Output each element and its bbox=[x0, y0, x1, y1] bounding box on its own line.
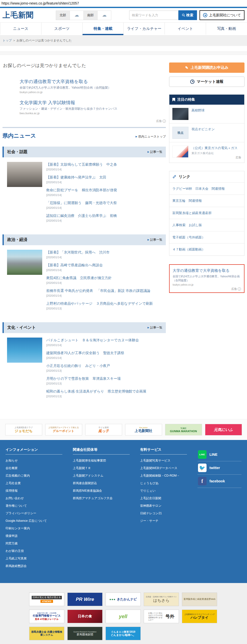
ad-title[interactable]: 文化学園大学 入学試験情報 bbox=[20, 100, 166, 106]
news-title[interactable]: 認知症に鍼灸治療 介護士ら効果学ぶ 前橋 bbox=[46, 213, 166, 218]
news-title[interactable]: 小正月彩る伝統の飾り みどり・小夜戸 bbox=[46, 363, 166, 368]
nav-tab[interactable]: 特集・連載 bbox=[82, 23, 124, 35]
news-title[interactable]: 【新着】太鼓鳴らして五穀豊穣願う 中之条 bbox=[46, 162, 166, 167]
footer-link[interactable]: 上毛記念日新聞 bbox=[140, 496, 187, 500]
search-button[interactable]: 検索 bbox=[178, 10, 197, 20]
news-title[interactable]: 月明かりの下で雪原を散策 草津温泉スキー場 bbox=[46, 376, 166, 381]
news-item[interactable]: 昭和の暮らし体感 生活道具がずらり 県立歴史博物館で企画展 [2020/01/1… bbox=[46, 389, 166, 398]
footer-link[interactable]: 会社概要 bbox=[6, 466, 62, 470]
partner-site-logo[interactable]: 富岡製糸場と絹産業遺産群Web bbox=[182, 593, 217, 606]
footer-link[interactable]: 上毛紙上写真展 bbox=[6, 556, 62, 561]
nav-tab[interactable]: ライフ・カルチャー bbox=[123, 23, 165, 35]
partner-site-logo[interactable]: 群馬弁護士会 弁護士情報検索システム bbox=[29, 627, 64, 640]
weather-widget[interactable]: 北部 ☁ 南部 ☁ bbox=[56, 11, 111, 20]
partner-logo[interactable]: 上毛新聞読者クラブ ジョモだち bbox=[5, 424, 42, 435]
footer-link[interactable]: 上毛新聞厚生福祉事業団 bbox=[73, 459, 130, 463]
footer-link[interactable]: 群馬県アマチュアゴルフ大会 bbox=[73, 496, 130, 500]
footer-link[interactable]: 上毛新聞アドシステム bbox=[73, 474, 130, 478]
sidebar-link[interactable]: ラグビーW杯 日本大会 関連情報 bbox=[169, 182, 244, 195]
news-item[interactable]: 【新着】高崎で県産品輸出へ商談会 [2020/01/14] bbox=[46, 263, 166, 272]
weather-south[interactable]: 南部 ☁ bbox=[84, 11, 111, 20]
kennai-top-link[interactable]: ▶県内ニューストップ bbox=[135, 135, 166, 139]
news-title[interactable]: 昭和の暮らし体感 生活道具がずらり 県立歴史博物館で企画展 bbox=[46, 389, 166, 394]
news-title[interactable]: 【新着】高崎で県産品輸出へ商談会 bbox=[46, 263, 166, 268]
footer-link[interactable]: お知らせ bbox=[6, 459, 62, 463]
footer-link[interactable]: 著作権について bbox=[6, 504, 62, 508]
partner-site-logo[interactable]: お祝いごとに使えるオリジナルの記念新聞を作りませんか？ 号外 bbox=[144, 610, 179, 623]
news-item[interactable]: 認知症に鍼灸治療 介護士ら効果学ぶ 前橋 [2020/01/14] bbox=[46, 213, 166, 222]
sidebar-link[interactable]: 富岡製糸場と絹産業遺産群 bbox=[169, 207, 244, 219]
news-title[interactable]: 救命に防犯ブザーを 桐生市消防本部が啓発 bbox=[46, 187, 166, 193]
nav-tab[interactable]: スポーツ bbox=[41, 23, 82, 35]
search-input[interactable] bbox=[129, 11, 178, 20]
partner-site-logo[interactable]: ぐんまエコ宣言!2019 ぐんまから地球へ。 bbox=[106, 627, 141, 640]
news-item[interactable]: 上野村の特産品やパッケージ ３月商品化へ多彩なデザインで刷新 [2020/01/… bbox=[46, 301, 166, 310]
news-title[interactable]: 【新着】健康維持へ発声法学ぶ 太田 bbox=[46, 175, 166, 180]
footer-link[interactable]: プライバシーポリシー bbox=[6, 511, 62, 516]
footer-link[interactable]: 上毛社会賞 bbox=[6, 481, 62, 485]
partner-site-logo[interactable]: 北信越・北関東の8県グルメ情報サイト はちさら bbox=[144, 593, 179, 606]
featured-item-label[interactable]: 視点オピニオン bbox=[191, 127, 241, 132]
ad-label[interactable]: 広告i bbox=[3, 119, 166, 123]
social-link[interactable]: 🐦 twitter bbox=[197, 461, 242, 475]
news-item[interactable]: 前橋市長選 中島氏が公約発表 「市民会議」新設 市政の課題議論 [2020/01… bbox=[46, 288, 166, 297]
news-item[interactable]: 【新着】太鼓鳴らして五穀豊穣願う 中之条 [2020/01/14] bbox=[46, 162, 166, 171]
footer-link[interactable]: でりじぇい bbox=[140, 489, 187, 493]
news-item[interactable]: 小正月彩る伝統の飾り みどり・小夜戸 [2020/01/13] bbox=[46, 363, 166, 372]
partner-logo[interactable]: 子ども新聞 風っ子 bbox=[85, 424, 122, 435]
sidebar-link[interactable]: ４７動画（紙面動画） bbox=[169, 243, 244, 255]
footer-link[interactable]: 上毛新聞写真サービス bbox=[140, 459, 187, 463]
partner-logo[interactable]: 上毛新聞グループサイトで使える グルーポイント bbox=[45, 424, 82, 435]
news-item[interactable]: 建築関係者70人が工事の安全願う 聖徳太子講祭 [2020/01/14] bbox=[46, 350, 166, 359]
partner-logo[interactable]: 元気にいふ bbox=[205, 424, 242, 435]
news-title[interactable]: 衆院4区に角倉県議 立民県連が擁立方針 bbox=[46, 275, 166, 281]
footer-link[interactable]: 群馬連合新聞折込 bbox=[73, 481, 130, 485]
partner-site-logo[interactable]: 上毛新聞社のクラウドファンディング ハレブタイ bbox=[182, 610, 217, 623]
text-ad[interactable]: 文化学園大学 入学試験情報 ファッション・建築・デザイン・観光新宿駅から徒歩７分… bbox=[20, 100, 166, 115]
footer-link[interactable]: 採用情報 bbox=[6, 489, 62, 493]
footer-link[interactable]: お問い合わせ bbox=[6, 496, 62, 500]
news-item[interactable]: 救命に防犯ブザーを 桐生市消防本部が啓発 [2020/01/14] bbox=[46, 187, 166, 197]
partner-site-logo[interactable]: きたかんナビ ●●● bbox=[106, 593, 141, 606]
partner-site-logo[interactable]: 日本の食 bbox=[67, 610, 103, 623]
weather-north[interactable]: 北部 ☁ bbox=[56, 11, 84, 20]
footer-link[interactable]: 上毛新聞縮刷版－CD-ROM－ bbox=[140, 474, 187, 478]
thumbnail-image[interactable] bbox=[7, 250, 42, 275]
news-item[interactable]: 「厄除猿」に開運願う 藤岡・光徳寺で大祭 [2020/01/14] bbox=[46, 200, 166, 209]
news-item[interactable]: 【新着】健康維持へ発声法学ぶ 太田 [2020/01/14] bbox=[46, 175, 166, 184]
news-title[interactable]: 上野村の特産品やパッケージ ３月商品化へ多彩なデザインで刷新 bbox=[46, 301, 166, 306]
footer-link[interactable]: 後援申請 bbox=[6, 534, 62, 538]
subscribe-button[interactable]: ✎ 上毛新聞購読お申込み bbox=[169, 62, 244, 73]
nav-tab[interactable]: 写真・動画 bbox=[206, 23, 247, 35]
breadcrumb-home-link[interactable]: トップ bbox=[3, 39, 12, 42]
ad-title[interactable]: 大学の通信教育で大卒資格を取る bbox=[20, 79, 166, 85]
news-title[interactable]: 建築関係者70人が工事の安全願う 聖徳太子講祭 bbox=[46, 350, 166, 356]
sidebar-link[interactable]: 人事検索 お試し版 bbox=[169, 219, 244, 231]
partner-logo[interactable]: the junior 上毛新聞社 bbox=[125, 424, 162, 435]
footer-link[interactable]: 雷神囲碁サロン bbox=[140, 504, 187, 508]
social-link[interactable]: f facebook bbox=[197, 475, 242, 488]
social-link[interactable]: LINE LINE bbox=[197, 448, 242, 461]
featured-item[interactable]: 視点 視点オピニオン bbox=[169, 123, 244, 142]
footer-link[interactable]: 同窓万歳 bbox=[6, 541, 62, 546]
partner-logo[interactable]: 写真館 GUNMA MARATHON bbox=[165, 424, 202, 435]
news-title[interactable]: 【新着】「氷河期世代」採用へ 渋川市 bbox=[46, 250, 166, 255]
sidebar-link[interactable]: 電子紙面（号外紙面） bbox=[169, 231, 244, 243]
footer-link[interactable]: 広告掲載のご案内 bbox=[6, 474, 62, 478]
sidebar-ad-title[interactable]: 大学の通信教育で大卒資格を取る bbox=[173, 268, 241, 273]
nav-tab[interactable]: ニュース bbox=[0, 23, 41, 35]
sidebar-link[interactable]: 東京五輪 関連情報 bbox=[169, 195, 244, 207]
partner-site-logo[interactable]: 日本が見える 地方が見える 47NEWS bbox=[29, 593, 64, 606]
featured-item-label[interactable]: （公式）東京ガスの電気＋ガス bbox=[191, 146, 241, 151]
footer-link[interactable]: 印刷センター案内 bbox=[6, 526, 62, 531]
partner-site-logo[interactable]: 全国の官公需・入札情報 行政専門情報サービス 見本 47行政ジャーナル bbox=[29, 610, 64, 623]
footer-link[interactable]: じょうもぴあ bbox=[140, 481, 187, 485]
section-politics-more-link[interactable]: ▶記事一覧 bbox=[147, 238, 162, 242]
footer-link[interactable]: ジー・サーチ bbox=[140, 519, 187, 523]
news-item[interactable]: 衆院4区に角倉県議 立民県連が擁立方針 [2020/01/14] bbox=[46, 275, 166, 284]
news-item[interactable]: パドルこぎシュート Ｂ＆Ｇ海洋センターでカヌー体験会 [2020/01/14] bbox=[46, 338, 166, 347]
featured-item[interactable]: （公式）東京ガスの電気＋ガス 東京ガス株式会社 広告 bbox=[169, 142, 244, 163]
section-culture-more-link[interactable]: ▶記事一覧 bbox=[147, 326, 162, 330]
footer-link[interactable]: 上毛新聞ＴＲ bbox=[73, 466, 130, 470]
section-society-more-link[interactable]: ▶記事一覧 bbox=[147, 150, 162, 154]
